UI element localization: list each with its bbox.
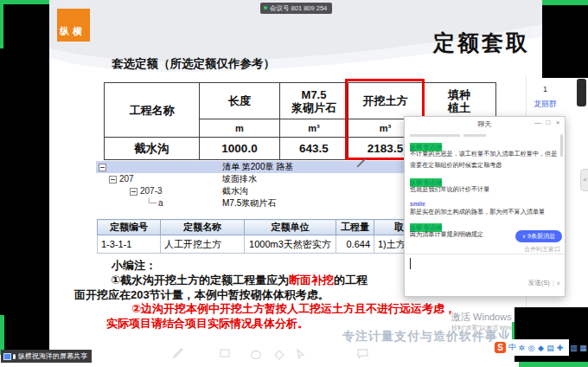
mic-icon[interactable]: ◆: [536, 344, 546, 352]
quota-cell-name: 人工开挖土方: [161, 235, 245, 254]
letterbox-bottom-right-upper: [514, 307, 588, 339]
quota-cell-code: 1-3-1-1: [98, 235, 161, 254]
tree-item-label: 清单 第200章 路基: [222, 161, 293, 173]
participant-name[interactable]: 龙丽群: [534, 99, 557, 110]
chat-scrollbar[interactable]: [560, 134, 563, 157]
video-thumbnail[interactable]: [577, 79, 586, 106]
close-button[interactable]: ×: [553, 119, 562, 126]
chat-message: 那是实在的加土构成的路基，那为何不算入清单量: [410, 207, 559, 218]
chat-input-divider: [405, 254, 565, 254]
system-tray-dark-segment: ▥ ▦: [569, 339, 588, 356]
grid-icon[interactable]: ▦: [578, 344, 588, 352]
table-header-masonry: M7.5 浆砌片石: [280, 83, 348, 119]
comment-tool-icon[interactable]: [356, 348, 369, 359]
share-border-top-left-v: [0, 0, 3, 48]
page-title: 定额套取: [433, 29, 530, 57]
sparkle-icon[interactable]: ✲: [517, 344, 527, 352]
bill-items-tree: 清单 第200章 路基 207 坡面排水 207-3 截水沟 └─ a M7.5…: [96, 161, 404, 209]
unit-length: m: [200, 119, 280, 138]
pencil-cursor-icon: [356, 158, 367, 168]
share-border-bottom-right-h: [519, 362, 588, 367]
mic-icon: [13, 354, 16, 359]
chat-input[interactable]: [406, 255, 563, 281]
cell-masonry: 643.5: [280, 138, 348, 160]
panel-collapse-button[interactable]: <: [580, 169, 588, 191]
quota-header-name: 定额名称: [161, 220, 245, 235]
tree-elbow-icon: └─: [146, 197, 157, 209]
letterbox-top-right: [542, 5, 588, 78]
send-options-chevron-icon[interactable]: [557, 279, 560, 287]
tree-row: 207 坡面排水: [96, 173, 404, 185]
send-divider: |: [553, 279, 554, 287]
note-line-4: 实际项目请结合项目实际情况具体分析。: [106, 316, 309, 332]
table-header-planting-soil: 填种 植土: [423, 83, 496, 119]
quota-cell-quantity: 0.644: [336, 235, 374, 254]
meeting-screen-share-view: 纵横 定额套取 套选定额（所选定额仅作参考） 工程名称 长度 M7.5 浆砌片石…: [0, 0, 588, 367]
section-title: 套选定额（所选定额仅作参考）: [112, 56, 275, 72]
toolbox-icon[interactable]: ▥: [569, 344, 578, 352]
ellipse-tool-icon[interactable]: [250, 350, 262, 360]
letterbox-left: [0, 0, 49, 355]
clipped-message-fragment: [410, 134, 460, 137]
tree-row: 207-3 截水沟: [96, 185, 404, 197]
windows-activation-watermark: 激活 Windows: [451, 311, 512, 324]
note-line-1: ①截水沟开挖土方的定额工程量应为断面补挖的工程: [111, 273, 368, 288]
share-border-bottom-right-v: [512, 322, 514, 339]
tree-item-label: M7.5浆砌片石: [222, 197, 276, 209]
pen-tool-icon[interactable]: [172, 347, 184, 359]
recording-dot-icon: [264, 6, 267, 10]
system-tray: S 中 ✲ ◎ ◆ ▤ ✚: [493, 339, 569, 356]
meeting-id-badge[interactable]: 会议号 801 809 254: [260, 3, 332, 14]
quota-header-quantity: 工程量: [336, 220, 374, 235]
send-button[interactable]: 发送(S): [528, 279, 550, 287]
quota-table: 定额编号 定额名称 定额单位 工程量 取费类 1-3-1-1 人工开挖土方 10…: [97, 219, 444, 254]
tree-row: └─ a M7.5浆砌片石: [96, 197, 404, 209]
tree-item-label: 坡面排水: [222, 173, 257, 185]
chat-window: 聊天 — □ × 纵横·彭志雄 不计量的意思是，该工程量不加入清单工程量中，但是…: [404, 116, 566, 297]
merge-to-main-window-link[interactable]: 合并到主窗口: [524, 245, 560, 254]
table-header-project-name: 工程名称: [105, 83, 200, 138]
tree-item-label: 截水沟: [222, 185, 248, 197]
send-row: 发送(S)|: [528, 279, 560, 287]
note-title: 小编注：: [112, 258, 157, 274]
handwriting-icon[interactable]: ✚: [555, 344, 565, 352]
minimize-button[interactable]: —: [534, 119, 542, 126]
chat-message: 也就是我们常说的计价不计量: [410, 184, 559, 196]
quota-row: 1-3-1-1 人工开挖土方 1000m3天然密实方 0.644 1)土方: [98, 235, 444, 254]
share-border-top-left-h: [0, 0, 49, 4]
company-logo: 纵横: [57, 9, 90, 42]
rectangle-tool-icon[interactable]: [219, 347, 231, 359]
cell-project-name: 截水沟: [105, 138, 200, 160]
letterbox-bottom-right-lower: [514, 356, 588, 362]
cell-length: 1000.0: [200, 138, 280, 160]
new-messages-button[interactable]: 9条新消息: [515, 230, 562, 242]
settings-icon[interactable]: ◎: [527, 344, 536, 352]
tree-expand-icon: [109, 176, 117, 184]
note-line-3: ②边沟开挖本例中开挖土方暂按人工挖运土方且不进行远运考虑，: [131, 301, 456, 317]
quota-header-unit: 定额单位: [245, 220, 336, 235]
chat-message: 不计量的意思是，该工程量不加入清单工程量中，但是需要在定额组价的时候套定额考虑: [410, 149, 559, 171]
participant-count: 1: [543, 85, 547, 93]
company-logo-text: 纵横: [60, 25, 86, 38]
sogou-input-icon[interactable]: S: [495, 342, 506, 353]
cursor-tool-icon[interactable]: [295, 349, 306, 360]
keyboard-icon[interactable]: ▤: [546, 344, 555, 352]
tree-expand-icon: [130, 188, 137, 196]
maximize-button[interactable]: □: [544, 119, 553, 126]
clipped-message-fragment: [463, 134, 486, 137]
diamond-tool-icon[interactable]: [273, 350, 285, 360]
quota-header-code: 定额编号: [98, 220, 161, 235]
chat-sender: smile: [410, 201, 425, 207]
quota-cell-unit: 1000m3天然密实方: [245, 235, 336, 254]
screen-share-label: 纵横祝海洋的屏幕共享: [1, 350, 92, 363]
tree-expand-icon: [99, 164, 106, 171]
table-header-length: 长度: [200, 83, 280, 119]
screen-icon: [3, 353, 11, 360]
input-method-icon[interactable]: 中: [508, 342, 517, 353]
unit-masonry: m³: [280, 119, 348, 138]
